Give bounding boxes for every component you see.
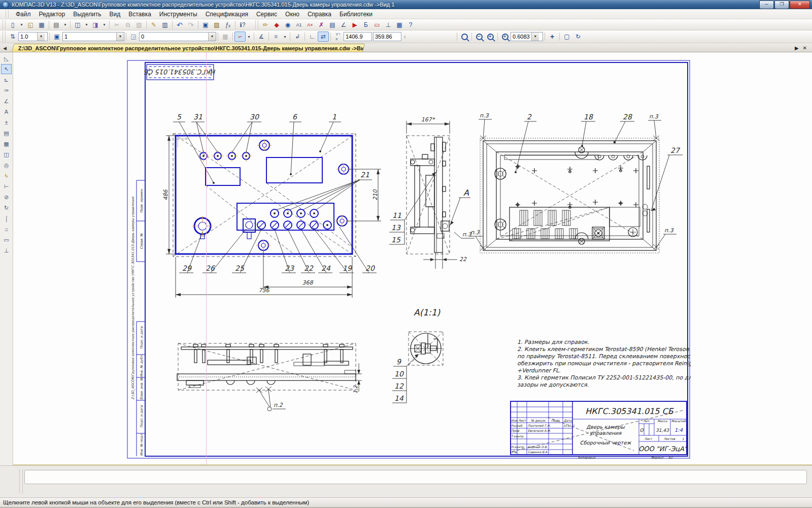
callout-10[interactable]: 10 xyxy=(394,370,404,378)
tab-scroll-right-icon[interactable]: ▶ xyxy=(795,45,799,51)
callout-21[interactable]: 21 xyxy=(360,171,369,179)
parametrize-tool-icon[interactable]: ± xyxy=(1,117,12,128)
rounding-button[interactable]: ⇄ xyxy=(318,31,329,42)
context-help-button[interactable]: ℹ? xyxy=(237,20,248,30)
callout-18[interactable]: 18 xyxy=(584,113,593,121)
dim-22[interactable]: 22 xyxy=(459,256,467,263)
technical-notes[interactable]: 1. Размеры для справок. 2. Клеить клеем-… xyxy=(517,339,691,388)
redo-button[interactable]: ↷ xyxy=(185,20,196,30)
split-icon[interactable]: ✗ xyxy=(316,20,327,30)
callout-p3-bl[interactable]: п.3 xyxy=(470,229,480,236)
pencil-angle-icon[interactable]: ∠ xyxy=(338,20,349,30)
property-panel-grip[interactable] xyxy=(19,470,23,493)
print-button[interactable]: ▤ xyxy=(51,20,62,30)
callout-14[interactable]: 14 xyxy=(394,394,404,402)
document-tab[interactable]: Z:\3D_ASCON\Групповое комплектное распре… xyxy=(12,44,365,52)
text-ax-icon[interactable]: А× xyxy=(304,20,316,30)
menu-service[interactable]: Сервис xyxy=(252,10,281,18)
ortho-button[interactable]: ∟ xyxy=(307,31,318,42)
menu-view[interactable]: Вид xyxy=(106,10,125,18)
preview-dropdown[interactable]: ▾ xyxy=(83,20,90,30)
callout-24[interactable]: 24 xyxy=(321,264,331,272)
print-dropdown[interactable]: ▾ xyxy=(62,20,69,30)
dim-167[interactable]: 167* xyxy=(421,116,435,123)
grid-dropdown[interactable]: ▾ xyxy=(282,31,288,42)
zoom-in-button[interactable]: + xyxy=(485,31,496,42)
perpendicular-icon[interactable]: ⊥ xyxy=(383,20,394,30)
coord-x-field[interactable]: 1406.9 xyxy=(344,32,372,41)
measure-tool-icon[interactable]: ⊢ xyxy=(1,181,12,192)
current-view-combo[interactable]: 1▾ xyxy=(62,32,124,41)
panel-buttons-bottom[interactable] xyxy=(243,219,331,239)
callout-30[interactable]: 30 xyxy=(250,113,259,121)
callout-6[interactable]: 6 xyxy=(292,113,297,121)
callout-26[interactable]: 26 xyxy=(206,264,215,272)
local-cs-button[interactable]: ↲ xyxy=(292,31,303,42)
copy-properties-button[interactable]: ✎ xyxy=(148,20,159,30)
snap-dropdown[interactable]: ▾ xyxy=(246,31,252,42)
angle-tool-icon[interactable]: ∠ xyxy=(1,96,12,106)
menu-editor[interactable]: Редактор xyxy=(35,10,70,18)
layer-settings-button[interactable]: ▩ xyxy=(220,31,231,42)
show-all-button[interactable]: ▢ xyxy=(561,31,572,42)
callout-25[interactable]: 25 xyxy=(235,264,245,272)
refresh-button[interactable]: ↻ xyxy=(572,31,584,42)
rear-hinge-top[interactable] xyxy=(575,147,588,158)
callout-31[interactable]: 31 xyxy=(193,113,202,121)
axis-tool-icon[interactable]: ⊥ xyxy=(1,245,12,256)
text-tool-icon[interactable]: A xyxy=(1,107,12,117)
cut-button[interactable]: ✂ xyxy=(111,20,122,30)
restore-button[interactable]: ❐ xyxy=(774,1,789,9)
dim-1-2[interactable]: 1,2 xyxy=(353,385,358,394)
callout-p2[interactable]: п.2 xyxy=(274,402,283,408)
cursor-step-dropdown[interactable]: ▾ xyxy=(37,33,45,41)
detail-a-view[interactable]: А(1:1) xyxy=(409,307,443,365)
callout-12[interactable]: 12 xyxy=(394,382,404,390)
tab-close-icon[interactable]: ✕ xyxy=(803,45,807,51)
save-view-icon[interactable]: ▤ xyxy=(1,128,12,138)
geometry-tool-icon[interactable]: ◺ xyxy=(1,53,12,64)
properties-button[interactable]: ▥ xyxy=(159,20,171,30)
callout-5[interactable]: 5 xyxy=(177,113,182,121)
current-layer-combo[interactable]: 0▾ xyxy=(139,32,216,41)
open-button[interactable]: ◱ xyxy=(25,20,36,30)
zoom-scale-dropdown[interactable]: ▾ xyxy=(531,33,539,41)
panel-buttons-top[interactable] xyxy=(270,209,318,217)
coord-y-field[interactable]: 359.86 xyxy=(373,32,401,41)
select-tool-icon[interactable]: ↖ xyxy=(1,64,12,74)
send-button[interactable]: ◨ xyxy=(90,20,101,30)
drawing-sheet[interactable]: Перв. примен. Справ. № Подп. и дата Инв.… xyxy=(126,59,691,460)
flag-icon[interactable]: ▶ xyxy=(349,20,360,30)
drawing-canvas[interactable]: Перв. примен. Справ. № Подп. и дата Инв.… xyxy=(13,52,812,465)
callout-15[interactable]: 15 xyxy=(391,236,401,244)
current-layer-dropdown[interactable]: ▾ xyxy=(208,33,216,41)
rear-hinge-bottom[interactable] xyxy=(575,233,588,244)
callout-20[interactable]: 20 xyxy=(365,264,375,272)
callout-23[interactable]: 23 xyxy=(285,264,294,272)
grid-table-icon[interactable]: ▦ xyxy=(394,20,405,30)
callout-1[interactable]: 1 xyxy=(332,113,336,121)
help-blue-icon[interactable]: ? xyxy=(405,20,416,30)
menu-libraries[interactable]: Библиотеки xyxy=(335,10,377,18)
diameter-tool-icon[interactable]: ⊘ xyxy=(1,192,12,202)
menu-window[interactable]: Окно xyxy=(281,10,303,18)
quick-tool-icon[interactable]: ϟ xyxy=(1,171,12,181)
top-stamp[interactable]: НКГС.305341.015 СБ xyxy=(144,65,216,80)
home-tool-icon[interactable]: ⌂ xyxy=(1,224,12,234)
zoom-plus-button[interactable]: + xyxy=(499,31,511,42)
rotate-tool-icon[interactable]: ↻ xyxy=(1,203,12,213)
ruler-a1-icon[interactable]: А1 xyxy=(293,20,304,30)
copy-button[interactable]: ⧉ xyxy=(122,20,133,30)
zoom-scale-combo[interactable]: 0.6083▾ xyxy=(511,32,543,41)
screen-icon[interactable]: ▭ xyxy=(371,20,383,30)
callout-27[interactable]: 27 xyxy=(670,146,681,154)
bottom-view[interactable] xyxy=(177,343,356,390)
cursor-step-combo[interactable]: 1.0▾ xyxy=(18,32,48,41)
snap-button[interactable]: ⌐ xyxy=(234,31,246,42)
menu-help[interactable]: Справка xyxy=(303,10,335,18)
menu-specification[interactable]: Спецификация xyxy=(201,10,252,18)
grid-button[interactable]: ⌗ xyxy=(270,31,282,42)
dimensions-tool-icon[interactable]: ⊾ xyxy=(1,75,12,85)
callout-13[interactable]: 13 xyxy=(391,224,401,232)
minimize-button[interactable]: ─ xyxy=(759,1,774,9)
